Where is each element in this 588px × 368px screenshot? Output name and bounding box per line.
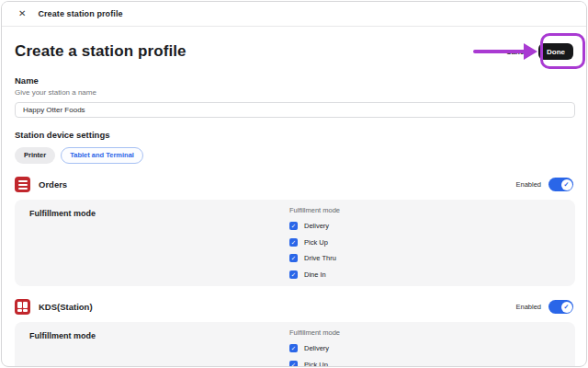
checkbox-label: Drive Thru <box>304 254 336 262</box>
orders-section-title: Orders <box>39 179 67 190</box>
checkbox-delivery[interactable]: ✓ Delivery <box>289 344 560 352</box>
checkbox-checked-icon: ✓ <box>289 254 298 262</box>
close-icon[interactable]: ✕ <box>18 9 26 18</box>
topbar: ✕ Create station profile <box>2 2 586 27</box>
toggle-knob-check-icon: ✓ <box>561 302 572 313</box>
kds-section-header: KDS(Station) Enabled ✓ <box>15 298 573 316</box>
checkbox-pick-up[interactable]: ✓ Pick Up <box>289 361 560 368</box>
checkbox-label: Pick Up <box>304 238 328 247</box>
checkbox-drive-thru[interactable]: ✓ Drive Thru <box>289 254 560 262</box>
orders-enabled-label: Enabled <box>515 180 541 189</box>
tab-printer[interactable]: Printer <box>15 147 55 164</box>
toggle-knob-check-icon: ✓ <box>561 179 572 190</box>
kds-icon <box>15 299 30 315</box>
name-hint: Give your station a name <box>15 88 573 97</box>
checkbox-delivery[interactable]: ✓ Delivery <box>289 222 560 230</box>
station-name-input[interactable] <box>15 102 575 118</box>
tab-tablet-and-terminal[interactable]: Tablet and Terminal <box>61 147 143 164</box>
page-title: Create a station profile <box>15 42 187 61</box>
checkbox-label: Dine In <box>304 270 326 279</box>
checkbox-label: Pick Up <box>304 361 328 368</box>
done-button[interactable]: Done <box>538 43 573 60</box>
checkbox-checked-icon: ✓ <box>289 238 298 247</box>
kds-section-title: KDS(Station) <box>39 302 93 312</box>
fulfillment-mode-group-label: Fulfillment mode <box>289 328 560 337</box>
checkbox-checked-icon: ✓ <box>289 361 298 368</box>
checkbox-checked-icon: ✓ <box>289 222 298 230</box>
annotation-arrow-line <box>473 50 527 53</box>
checkbox-dine-in[interactable]: ✓ Dine In <box>289 270 560 279</box>
kds-enabled-toggle[interactable]: ✓ <box>548 300 573 314</box>
checkbox-checked-icon: ✓ <box>289 270 298 279</box>
kds-enabled-label: Enabled <box>515 303 541 311</box>
device-settings-title: Station device settings <box>15 130 573 140</box>
kds-fulfillment-panel: Fulfillment mode Fulfillment mode ✓ Deli… <box>15 322 575 368</box>
orders-fulfillment-panel: Fulfillment mode Fulfillment mode ✓ Deli… <box>15 200 575 286</box>
topbar-title: Create station profile <box>38 9 122 18</box>
checkbox-label: Delivery <box>304 222 329 230</box>
checkbox-pick-up[interactable]: ✓ Pick Up <box>289 238 560 247</box>
fulfillment-mode-group-label: Fulfillment mode <box>289 206 560 214</box>
orders-section-header: Orders Enabled ✓ <box>15 176 573 194</box>
name-label: Name <box>15 75 573 86</box>
checkbox-checked-icon: ✓ <box>289 344 298 352</box>
device-tabs: Printer Tablet and Terminal <box>15 147 573 164</box>
create-station-profile-window: ✕ Create station profile Create a statio… <box>1 1 587 367</box>
orders-icon <box>15 177 30 192</box>
annotation-arrow-head-icon <box>524 43 537 60</box>
fulfillment-mode-label: Fulfillment mode <box>29 206 96 279</box>
checkbox-label: Delivery <box>304 344 329 352</box>
orders-enabled-toggle[interactable]: ✓ <box>548 178 573 191</box>
fulfillment-mode-label: Fulfillment mode <box>29 328 96 368</box>
